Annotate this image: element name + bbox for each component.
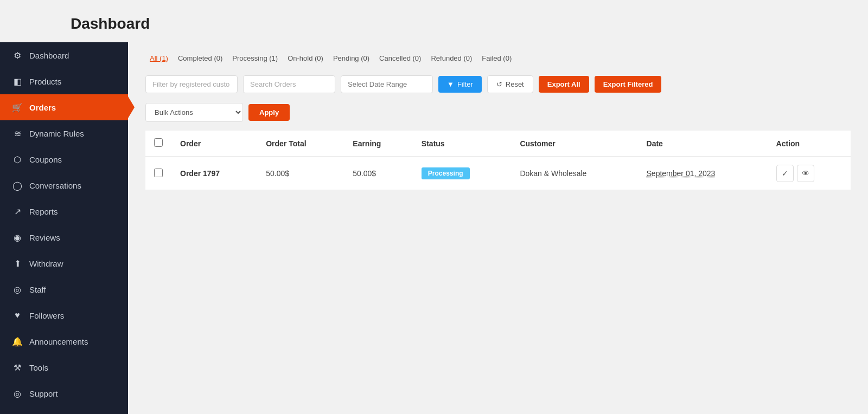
table-header-customer: Customer [511,131,637,157]
sidebar-item-staff[interactable]: ◎Staff [0,276,128,302]
table-header: OrderOrder TotalEarningStatusCustomerDat… [145,131,851,157]
sidebar-item-conversations[interactable]: ◯Conversations [0,172,128,198]
tab-processing[interactable]: Processing (1) [228,52,282,64]
eye-icon: 👁 [802,169,809,178]
filter-label: Filter [457,80,473,88]
sidebar-item-followers[interactable]: ♥Followers [0,302,128,328]
sidebar-item-coupons-label: Coupons [29,155,62,164]
sidebar-item-announcements[interactable]: 🔔Announcements [0,328,128,354]
withdraw-icon: ⬆ [12,258,23,269]
tab-completed[interactable]: Completed (0) [174,52,227,64]
reports-icon: ↗ [12,206,23,217]
coupons-icon: ⬡ [12,154,23,165]
sidebar-item-dynamic-rules[interactable]: ≋Dynamic Rules [0,120,128,146]
products-icon: ◧ [12,76,23,87]
sidebar-item-orders[interactable]: 🛒Orders [0,94,128,120]
sidebar-item-withdraw[interactable]: ⬆Withdraw [0,250,128,276]
export-filtered-button[interactable]: Export Filtered [595,76,662,93]
complete-order-button[interactable]: ✓ [776,165,794,182]
tab-failed[interactable]: Failed (0) [477,52,516,64]
sidebar-item-coupons[interactable]: ⬡Coupons [0,146,128,172]
order-total-cell: 50.00$ [257,157,344,190]
sidebar-item-reports[interactable]: ↗Reports [0,198,128,224]
earning-cell: 50.00$ [344,157,413,190]
table-header-checkbox [145,131,171,157]
sidebar-item-tools-label: Tools [29,363,48,372]
status-badge: Processing [422,167,470,179]
tab-on-hold[interactable]: On-hold (0) [283,52,328,64]
sidebar-item-followers-label: Followers [29,311,64,320]
action-cell: ✓👁 [768,157,851,190]
row-checkbox[interactable] [154,169,163,177]
table-header-order: Order [171,131,257,157]
support-icon: ◎ [12,388,23,399]
conversations-icon: ◯ [12,180,23,191]
table-header-row: OrderOrder TotalEarningStatusCustomerDat… [145,131,851,157]
filter-row: ▼ Filter ↺ Reset Export All Export Filte… [145,75,851,93]
export-all-button[interactable]: Export All [539,76,589,93]
sidebar-item-reviews[interactable]: ◉Reviews [0,224,128,250]
check-icon: ✓ [782,169,788,178]
bulk-actions-select[interactable]: Bulk Actions [145,103,243,122]
sidebar-item-support-label: Support [29,389,58,398]
sidebar-item-dashboard[interactable]: ⚙Dashboard [0,42,128,68]
page-title: Dashboard [0,0,868,42]
sidebar-item-tools[interactable]: ⚒Tools [0,354,128,380]
orders-icon: 🛒 [12,102,23,113]
dynamic-rules-icon: ≋ [12,128,23,139]
sidebar-item-reports-label: Reports [29,207,58,216]
customer-filter-input[interactable] [145,75,238,93]
followers-icon: ♥ [12,310,23,321]
status-cell: Processing [413,157,512,190]
tab-all[interactable]: All (1) [145,52,173,64]
filter-icon: ▼ [447,80,454,88]
sidebar-item-dashboard-label: Dashboard [29,51,69,60]
view-order-button[interactable]: 👁 [797,165,814,182]
tabs-row: All (1)Completed (0)Processing (1)On-hol… [145,52,851,64]
date-cell: September 01, 2023 [638,157,768,190]
sidebar-item-staff-label: Staff [29,285,46,294]
sidebar-item-conversations-label: Conversations [29,181,81,190]
table-header-action: Action [768,131,851,157]
select-all-checkbox[interactable] [154,138,163,147]
tab-cancelled[interactable]: Cancelled (0) [375,52,425,64]
sidebar-item-support[interactable]: ◎Support [0,380,128,406]
table-header-earning: Earning [344,131,413,157]
sidebar-item-orders-label: Orders [29,103,56,112]
sidebar-item-products-label: Products [29,77,61,86]
table-header-status: Status [413,131,512,157]
bulk-actions-row: Bulk Actions Apply [145,103,851,122]
staff-icon: ◎ [12,284,23,295]
sidebar-item-withdraw-label: Withdraw [29,259,63,268]
sidebar-item-reviews-label: Reviews [29,233,60,242]
customer-cell: Dokan & Wholesale [511,157,637,190]
orders-table: OrderOrder TotalEarningStatusCustomerDat… [145,131,851,190]
filter-button[interactable]: ▼ Filter [438,76,482,93]
sidebar-item-dynamic-rules-label: Dynamic Rules [29,129,84,138]
sidebar: ⚙Dashboard◧Products🛒Orders≋Dynamic Rules… [0,42,128,414]
sidebar-item-announcements-label: Announcements [29,337,88,346]
search-orders-input[interactable] [243,75,335,93]
reviews-icon: ◉ [12,232,23,243]
order-name-cell: Order 1797 [171,157,257,190]
sidebar-item-products[interactable]: ◧Products [0,68,128,94]
tools-icon: ⚒ [12,362,23,373]
table-body: Order 179750.00$50.00$ProcessingDokan & … [145,157,851,190]
sidebar-item-settings[interactable]: ⚙Settings [0,406,128,414]
main-content: All (1)Completed (0)Processing (1)On-hol… [128,42,868,414]
announcements-icon: 🔔 [12,336,23,347]
tab-refunded[interactable]: Refunded (0) [426,52,476,64]
reset-label: Reset [506,80,524,88]
tab-pending[interactable]: Pending (0) [329,52,374,64]
apply-button[interactable]: Apply [248,104,290,121]
reset-icon: ↺ [496,80,502,88]
table-header-order-total: Order Total [257,131,344,157]
table-row: Order 179750.00$50.00$ProcessingDokan & … [145,157,851,190]
date-range-input[interactable] [341,75,433,93]
table-header-date: Date [638,131,768,157]
dashboard-icon: ⚙ [12,50,23,61]
reset-button[interactable]: ↺ Reset [487,75,533,93]
